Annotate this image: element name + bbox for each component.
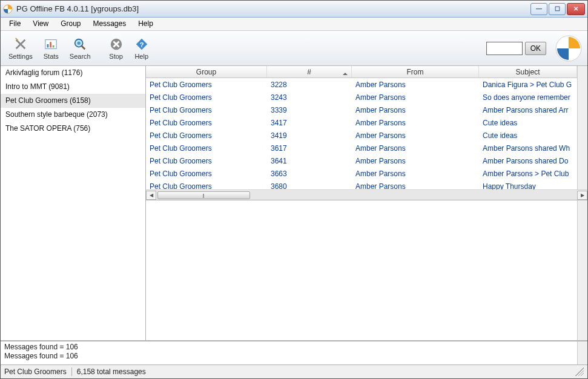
sidebar-item[interactable]: Pet Club Groomers (6158) (1, 94, 145, 108)
table-body: Pet Club Groomers3228Amber ParsonsDanica… (146, 78, 577, 190)
col-number[interactable]: # (267, 66, 352, 77)
svg-line-8 (82, 45, 85, 49)
status-separator (71, 367, 72, 376)
cell-group: Pet Club Groomers (146, 157, 267, 165)
cell-subject: Cute ideas (479, 131, 577, 140)
svg-rect-3 (47, 44, 49, 48)
cell-number: 3339 (267, 106, 352, 114)
cell-from: Amber Parsons (352, 131, 479, 140)
table-row[interactable]: Pet Club Groomers3680Amber ParsonsHappy … (146, 180, 577, 190)
scroll-right-icon[interactable]: ▶ (577, 191, 587, 200)
log-vscroll[interactable] (577, 341, 587, 364)
table-vscroll[interactable] (577, 66, 587, 190)
table-row[interactable]: Pet Club Groomers3617Amber ParsonsAmber … (146, 142, 577, 154)
col-from[interactable]: From (352, 66, 479, 77)
preview-vscroll[interactable] (577, 200, 587, 340)
cell-number: 3419 (267, 131, 352, 140)
sidebar-item[interactable]: Southern style barbeque (2073) (1, 108, 145, 122)
log-pane: Messages found = 106 Messages found = 10… (1, 341, 587, 365)
log-line: Messages found = 106 (4, 343, 573, 352)
help-button[interactable]: ? Help (130, 35, 153, 62)
cell-from: Amber Parsons (352, 81, 479, 89)
scroll-thumb[interactable] (157, 191, 250, 199)
cell-subject: Happy Thursday (479, 182, 577, 190)
right-pane: Group # From Subject Pet Club Groomers32… (146, 66, 587, 340)
sidebar-item[interactable]: The SATOR OPERA (756) (1, 122, 145, 136)
search-input[interactable] (486, 42, 523, 55)
ok-button[interactable]: OK (525, 42, 546, 55)
cell-from: Amber Parsons (352, 93, 479, 102)
table-row[interactable]: Pet Club Groomers3339Amber ParsonsAmber … (146, 104, 577, 116)
statusbar: Pet Club Groomers 6,158 total messages (1, 365, 587, 378)
app-logo (555, 35, 583, 62)
cell-group: Pet Club Groomers (146, 170, 267, 178)
group-sidebar: Arkivfaglig forum (1176) Intro to MMT (9… (1, 66, 146, 340)
menu-help[interactable]: Help (132, 18, 159, 30)
help-icon: ? (134, 37, 149, 51)
status-group: Pet Club Groomers (4, 367, 67, 376)
stats-icon (44, 37, 58, 51)
scroll-left-icon[interactable]: ◀ (146, 191, 156, 200)
cell-number: 3243 (267, 93, 352, 102)
resize-grip[interactable] (575, 367, 584, 376)
table-hscroll[interactable]: ◀ ▶ (146, 190, 587, 200)
svg-text:?: ? (139, 41, 144, 48)
cell-subject: Amber Parsons > Pet Club (479, 170, 577, 178)
cell-from: Amber Parsons (352, 170, 479, 178)
app-window: PG Offline FB 4.0.11 [ygroups.db3] — ☐ ✕… (0, 0, 588, 379)
stop-icon (109, 37, 124, 51)
settings-button[interactable]: Settings (4, 35, 37, 62)
svg-rect-5 (53, 45, 55, 47)
cell-number: 3617 (267, 144, 352, 153)
toolbar: Settings Stats Search Stop ? Help (1, 31, 587, 66)
cell-from: Amber Parsons (352, 157, 479, 165)
settings-label: Settings (8, 53, 33, 60)
cell-number: 3228 (267, 81, 352, 89)
message-preview (146, 200, 587, 340)
cell-group: Pet Club Groomers (146, 182, 267, 190)
close-button[interactable]: ✕ (567, 3, 585, 15)
menu-messages[interactable]: Messages (87, 18, 133, 30)
cell-group: Pet Club Groomers (146, 119, 267, 127)
cell-subject: Danica Figura > Pet Club G (479, 81, 577, 89)
cell-group: Pet Club Groomers (146, 144, 267, 153)
menu-file[interactable]: File (3, 18, 27, 30)
table-row[interactable]: Pet Club Groomers3417Amber ParsonsCute i… (146, 116, 577, 129)
app-icon (3, 4, 13, 14)
maximize-button[interactable]: ☐ (549, 3, 566, 15)
stop-label: Stop (109, 53, 123, 60)
scroll-track[interactable] (156, 191, 577, 200)
sidebar-item[interactable]: Intro to MMT (9081) (1, 80, 145, 94)
col-group[interactable]: Group (146, 66, 267, 77)
cell-group: Pet Club Groomers (146, 106, 267, 114)
cell-number: 3680 (267, 182, 352, 190)
window-title: PG Offline FB 4.0.11 [ygroups.db3] (16, 4, 529, 13)
menu-group[interactable]: Group (55, 18, 87, 30)
window-controls: — ☐ ✕ (529, 3, 585, 15)
cell-subject: Cute ideas (479, 119, 577, 127)
cell-subject: Amber Parsons shared Wh (479, 144, 577, 153)
table-row[interactable]: Pet Club Groomers3641Amber ParsonsAmber … (146, 154, 577, 167)
cell-subject: Amber Parsons shared Do (479, 157, 577, 165)
table-row[interactable]: Pet Club Groomers3243Amber ParsonsSo doe… (146, 91, 577, 104)
cell-from: Amber Parsons (352, 144, 479, 153)
minimize-button[interactable]: — (530, 3, 547, 15)
sidebar-item[interactable]: Arkivfaglig forum (1176) (1, 66, 145, 80)
menu-view[interactable]: View (27, 18, 55, 30)
table-row[interactable]: Pet Club Groomers3419Amber ParsonsCute i… (146, 129, 577, 142)
svg-point-7 (78, 41, 81, 45)
cell-subject: Amber Parsons shared Arr (479, 106, 577, 114)
log-text: Messages found = 106 Messages found = 10… (1, 341, 577, 364)
search-label: Search (70, 53, 91, 60)
table-row[interactable]: Pet Club Groomers3663Amber ParsonsAmber … (146, 167, 577, 180)
titlebar[interactable]: PG Offline FB 4.0.11 [ygroups.db3] — ☐ ✕ (1, 1, 587, 18)
stop-button[interactable]: Stop (105, 35, 128, 62)
cell-subject: So does anyone remember (479, 93, 577, 102)
stats-button[interactable]: Stats (39, 35, 63, 62)
table-header: Group # From Subject (146, 66, 577, 78)
table-row[interactable]: Pet Club Groomers3228Amber ParsonsDanica… (146, 78, 577, 91)
cell-from: Amber Parsons (352, 119, 479, 127)
search-button[interactable]: Search (65, 35, 95, 62)
col-subject[interactable]: Subject (479, 66, 577, 77)
cell-group: Pet Club Groomers (146, 93, 267, 102)
